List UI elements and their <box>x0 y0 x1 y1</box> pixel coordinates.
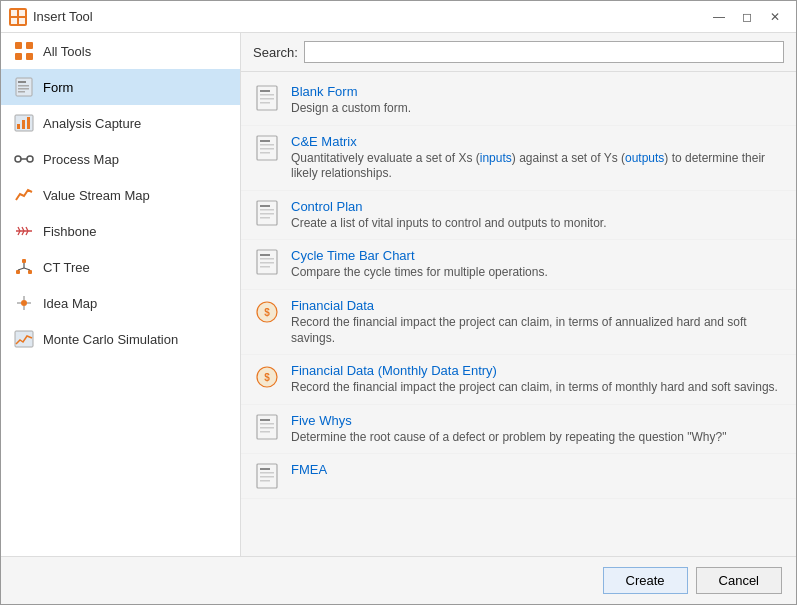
svg-point-18 <box>27 156 33 162</box>
ce-matrix-text: C&E Matrix Quantitatively evaluate a set… <box>291 134 784 182</box>
all-tools-icon <box>13 40 35 62</box>
list-item[interactable]: Cycle Time Bar Chart Compare the cycle t… <box>241 240 796 290</box>
svg-rect-10 <box>18 85 29 87</box>
svg-rect-52 <box>260 213 274 215</box>
sidebar-item-all-tools[interactable]: All Tools <box>1 33 240 69</box>
blank-form-title: Blank Form <box>291 84 784 99</box>
process-map-icon <box>13 148 35 170</box>
list-item[interactable]: Five Whys Determine the root cause of a … <box>241 405 796 455</box>
monte-carlo-icon <box>13 328 35 350</box>
ce-matrix-desc: Quantitatively evaluate a set of Xs (inp… <box>291 151 784 182</box>
control-plan-title: Control Plan <box>291 199 784 214</box>
control-plan-icon <box>253 199 281 227</box>
sidebar-label-process-map: Process Map <box>43 152 119 167</box>
sidebar-item-monte-carlo[interactable]: Monte Carlo Simulation <box>1 321 240 357</box>
ct-tree-icon <box>13 256 35 278</box>
financial-data-icon: $ <box>253 298 281 326</box>
search-label: Search: <box>253 45 298 60</box>
fmea-icon <box>253 462 281 490</box>
svg-rect-29 <box>28 270 32 274</box>
svg-rect-41 <box>260 94 274 96</box>
svg-point-17 <box>15 156 21 162</box>
svg-rect-69 <box>260 468 270 470</box>
maximize-button[interactable]: ◻ <box>734 7 760 27</box>
svg-text:$: $ <box>264 307 270 318</box>
svg-rect-3 <box>19 18 25 24</box>
sidebar-item-analysis-capture[interactable]: Analysis Capture <box>1 105 240 141</box>
financial-data-text: Financial Data Record the financial impa… <box>291 298 784 346</box>
sidebar-label-fishbone: Fishbone <box>43 224 96 239</box>
sidebar-item-fishbone[interactable]: Fishbone <box>1 213 240 249</box>
svg-rect-14 <box>17 124 20 129</box>
svg-rect-2 <box>11 18 17 24</box>
svg-rect-64 <box>260 419 270 421</box>
five-whys-text: Five Whys Determine the root cause of a … <box>291 413 784 446</box>
svg-rect-45 <box>260 140 270 142</box>
search-input[interactable] <box>304 41 784 63</box>
svg-rect-42 <box>260 98 274 100</box>
svg-rect-15 <box>22 120 25 129</box>
financial-monthly-desc: Record the financial impact the project … <box>291 380 784 396</box>
cancel-button[interactable]: Cancel <box>696 567 782 594</box>
cycle-time-icon <box>253 248 281 276</box>
sidebar-item-ct-tree[interactable]: CT Tree <box>1 249 240 285</box>
control-plan-text: Control Plan Create a list of vital inpu… <box>291 199 784 232</box>
financial-monthly-icon: $ <box>253 363 281 391</box>
ce-matrix-highlight-inputs: inputs <box>480 151 512 165</box>
list-item[interactable]: FMEA <box>241 454 796 499</box>
ce-matrix-highlight-outputs: outputs <box>625 151 664 165</box>
svg-rect-58 <box>260 266 270 268</box>
blank-form-icon <box>253 84 281 112</box>
svg-rect-4 <box>15 42 22 49</box>
ce-matrix-title: C&E Matrix <box>291 134 784 149</box>
svg-rect-65 <box>260 423 274 425</box>
svg-rect-43 <box>260 102 270 104</box>
svg-rect-53 <box>260 217 270 219</box>
svg-line-31 <box>18 268 24 270</box>
list-item[interactable]: C&E Matrix Quantitatively evaluate a set… <box>241 126 796 191</box>
svg-rect-12 <box>18 91 25 93</box>
sidebar-item-process-map[interactable]: Process Map <box>1 141 240 177</box>
fmea-title: FMEA <box>291 462 784 477</box>
value-stream-map-icon <box>13 184 35 206</box>
sidebar-item-form[interactable]: Form <box>1 69 240 105</box>
svg-rect-70 <box>260 472 274 474</box>
blank-form-text: Blank Form Design a custom form. <box>291 84 784 117</box>
form-icon <box>13 76 35 98</box>
svg-rect-71 <box>260 476 274 478</box>
sidebar-item-value-stream-map[interactable]: Value Stream Map <box>1 177 240 213</box>
svg-rect-11 <box>18 88 29 90</box>
sidebar-label-all-tools: All Tools <box>43 44 91 59</box>
sidebar-label-idea-map: Idea Map <box>43 296 97 311</box>
sidebar: All Tools Form <box>1 33 241 556</box>
create-button[interactable]: Create <box>603 567 688 594</box>
list-item[interactable]: Control Plan Create a list of vital inpu… <box>241 191 796 241</box>
sidebar-label-value-stream-map: Value Stream Map <box>43 188 150 203</box>
svg-rect-56 <box>260 258 274 260</box>
list-item[interactable]: Blank Form Design a custom form. <box>241 76 796 126</box>
content-area: All Tools Form <box>1 33 796 556</box>
minimize-button[interactable]: — <box>706 7 732 27</box>
svg-rect-67 <box>260 431 270 433</box>
svg-rect-27 <box>22 259 26 263</box>
ce-matrix-icon <box>253 134 281 162</box>
financial-monthly-text: Financial Data (Monthly Data Entry) Reco… <box>291 363 784 396</box>
sidebar-item-idea-map[interactable]: Idea Map <box>1 285 240 321</box>
svg-rect-7 <box>26 53 33 60</box>
svg-rect-16 <box>27 117 30 129</box>
five-whys-icon <box>253 413 281 441</box>
close-button[interactable]: ✕ <box>762 7 788 27</box>
svg-rect-57 <box>260 262 274 264</box>
financial-data-title: Financial Data <box>291 298 784 313</box>
fishbone-icon <box>13 220 35 242</box>
cycle-time-title: Cycle Time Bar Chart <box>291 248 784 263</box>
list-item[interactable]: $ Financial Data (Monthly Data Entry) Re… <box>241 355 796 405</box>
svg-point-33 <box>21 300 27 306</box>
financial-monthly-title: Financial Data (Monthly Data Entry) <box>291 363 784 378</box>
svg-rect-8 <box>16 78 32 96</box>
fmea-text: FMEA <box>291 462 784 479</box>
financial-data-desc: Record the financial impact the project … <box>291 315 784 346</box>
svg-line-32 <box>24 268 30 270</box>
svg-rect-55 <box>260 254 270 256</box>
list-item[interactable]: $ Financial Data Record the financial im… <box>241 290 796 355</box>
